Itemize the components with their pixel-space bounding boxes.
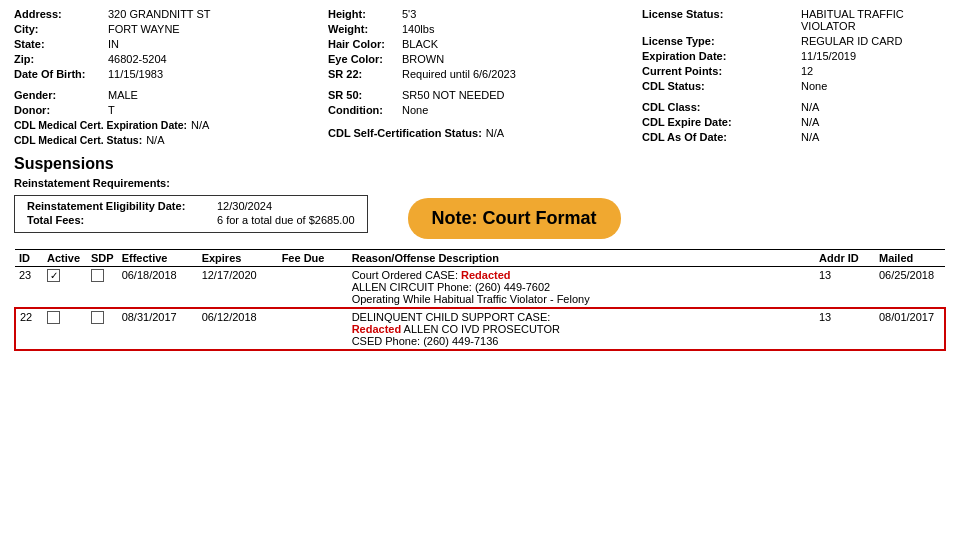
row22-id: 22 <box>15 308 43 350</box>
license-status-label: License Status: <box>642 8 797 20</box>
reinstatement-area: Reinstatement Eligibility Date: 12/30/20… <box>14 195 946 241</box>
current-points-value: 12 <box>801 65 813 77</box>
cdl-class-label: CDL Class: <box>642 101 797 113</box>
zip-label: Zip: <box>14 53 104 65</box>
address-value: 320 GRANDNITT ST <box>108 8 211 20</box>
th-active: Active <box>43 250 87 267</box>
city-value: FORT WAYNE <box>108 23 180 35</box>
address-label: Address: <box>14 8 104 20</box>
sr22-value: Required until 6/6/2023 <box>402 68 516 80</box>
eye-color-value: BROWN <box>402 53 444 65</box>
cdl-as-of-value: N/A <box>801 131 819 143</box>
info-grid: Address: 320 GRANDNITT ST City: FORT WAY… <box>14 8 946 149</box>
state-label: State: <box>14 38 104 50</box>
cdl-med-status-label: CDL Medical Cert. Status: <box>14 134 142 146</box>
row22-active <box>43 308 87 350</box>
th-reason: Reason/Offense Description <box>348 250 815 267</box>
row23-sdp <box>87 267 118 309</box>
dob-label: Date Of Birth: <box>14 68 104 80</box>
zip-value: 46802-5204 <box>108 53 167 65</box>
height-label: Height: <box>328 8 398 20</box>
cdl-med-exp-label: CDL Medical Cert. Expiration Date: <box>14 119 187 131</box>
suspensions-title: Suspensions <box>14 155 946 173</box>
eligibility-date-label: Reinstatement Eligibility Date: <box>27 200 217 212</box>
donor-value: T <box>108 104 115 116</box>
row23-effective: 06/18/2018 <box>118 267 198 309</box>
row22-mailed: 08/01/2017 <box>875 308 945 350</box>
gender-label: Gender: <box>14 89 104 101</box>
note-bubble: Note: Court Format <box>408 198 621 239</box>
eye-color-label: Eye Color: <box>328 53 398 65</box>
license-status-value: HABITUAL TRAFFIC VIOLATOR <box>801 8 946 32</box>
current-points-label: Current Points: <box>642 65 797 77</box>
th-effective: Effective <box>118 250 198 267</box>
col2: Height: 5'3 Weight: 140lbs Hair Color: B… <box>328 8 632 149</box>
expiration-date-value: 11/15/2019 <box>801 50 856 62</box>
total-fees-label: Total Fees: <box>27 214 217 226</box>
expiration-date-label: Expiration Date: <box>642 50 797 62</box>
row23-id: 23 <box>15 267 43 309</box>
sr22-label: SR 22: <box>328 68 398 80</box>
row23-fee-due <box>278 267 348 309</box>
row23-sdp-checkbox <box>91 269 104 282</box>
condition-value: None <box>402 104 428 116</box>
row23-active <box>43 267 87 309</box>
suspensions-section: Suspensions Reinstatement Requirements: … <box>14 155 946 241</box>
row22-expires: 06/12/2018 <box>198 308 278 350</box>
sr50-value: SR50 NOT NEEDED <box>402 89 505 101</box>
row23-expires: 12/17/2020 <box>198 267 278 309</box>
th-fee-due: Fee Due <box>278 250 348 267</box>
total-fees-value: 6 for a total due of $2685.00 <box>217 214 355 226</box>
gender-value: MALE <box>108 89 138 101</box>
height-value: 5'3 <box>402 8 416 20</box>
row22-sdp <box>87 308 118 350</box>
row22-active-checkbox <box>47 311 60 324</box>
page-content: Address: 320 GRANDNITT ST City: FORT WAY… <box>0 0 960 359</box>
table-header-row: ID Active SDP Effective Expires Fee Due … <box>15 250 945 267</box>
th-expires: Expires <box>198 250 278 267</box>
cdl-self-cert-label: CDL Self-Certification Status: <box>328 127 482 139</box>
weight-label: Weight: <box>328 23 398 35</box>
th-addr-id: Addr ID <box>815 250 875 267</box>
weight-value: 140lbs <box>402 23 434 35</box>
col1: Address: 320 GRANDNITT ST City: FORT WAY… <box>14 8 318 149</box>
th-mailed: Mailed <box>875 250 945 267</box>
condition-label: Condition: <box>328 104 398 116</box>
cdl-status-value: None <box>801 80 827 92</box>
row22-effective: 08/31/2017 <box>118 308 198 350</box>
cdl-expire-value: N/A <box>801 116 819 128</box>
row23-mailed: 06/25/2018 <box>875 267 945 309</box>
col3: License Status: HABITUAL TRAFFIC VIOLATO… <box>642 8 946 149</box>
cdl-status-label: CDL Status: <box>642 80 797 92</box>
row23-active-checkbox <box>47 269 60 282</box>
hair-color-label: Hair Color: <box>328 38 398 50</box>
cdl-med-exp-value: N/A <box>191 119 209 131</box>
row23-redacted: Redacted <box>461 269 511 281</box>
row22-redacted: Redacted <box>352 323 402 335</box>
row22-reason: DELINQUENT CHILD SUPPORT CASE: Redacted … <box>348 308 815 350</box>
state-value: IN <box>108 38 119 50</box>
cdl-self-cert-value: N/A <box>486 127 504 139</box>
row23-reason: Court Ordered CASE: Redacted ALLEN CIRCU… <box>348 267 815 309</box>
dob-value: 11/15/1983 <box>108 68 163 80</box>
th-sdp: SDP <box>87 250 118 267</box>
row22-addr-id: 13 <box>815 308 875 350</box>
license-type-value: REGULAR ID CARD <box>801 35 902 47</box>
th-id: ID <box>15 250 43 267</box>
reinstatement-box: Reinstatement Eligibility Date: 12/30/20… <box>14 195 368 233</box>
cdl-expire-label: CDL Expire Date: <box>642 116 797 128</box>
table-row: 23 06/18/2018 12/17/2020 Court Ordered C… <box>15 267 945 309</box>
cdl-class-value: N/A <box>801 101 819 113</box>
cdl-med-status-value: N/A <box>146 134 164 146</box>
license-type-label: License Type: <box>642 35 797 47</box>
reinstatement-requirements-label: Reinstatement Requirements: <box>14 177 946 189</box>
row22-fee-due <box>278 308 348 350</box>
suspensions-table: ID Active SDP Effective Expires Fee Due … <box>14 249 946 351</box>
row23-addr-id: 13 <box>815 267 875 309</box>
city-label: City: <box>14 23 104 35</box>
sr50-label: SR 50: <box>328 89 398 101</box>
table-row-highlighted: 22 08/31/2017 06/12/2018 DELINQUENT CHIL… <box>15 308 945 350</box>
cdl-as-of-label: CDL As Of Date: <box>642 131 797 143</box>
hair-color-value: BLACK <box>402 38 438 50</box>
row22-sdp-checkbox <box>91 311 104 324</box>
